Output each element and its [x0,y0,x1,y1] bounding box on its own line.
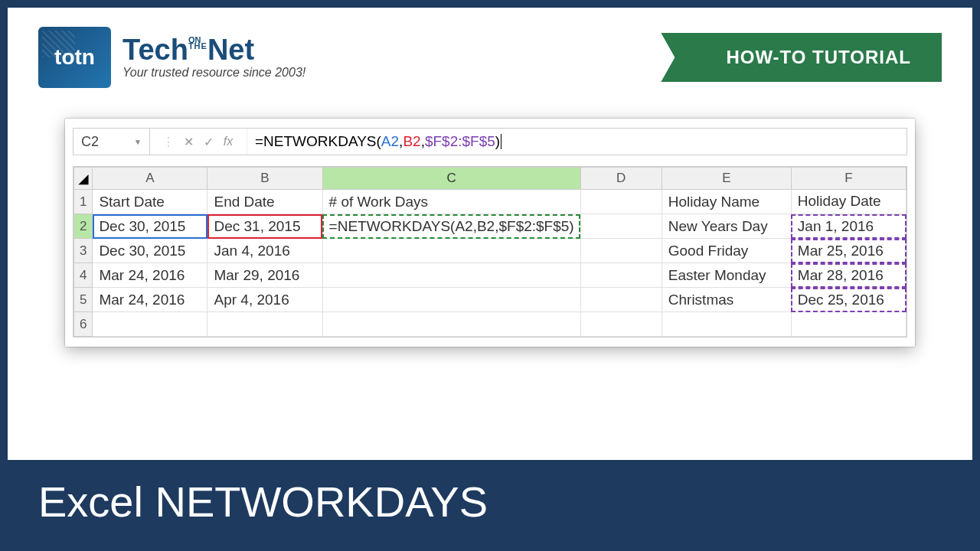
footer-bar: Excel NETWORKDAYS [8,460,972,543]
col-header-d[interactable]: D [580,168,662,190]
formula-arg2: B2 [403,133,420,150]
cell-e3[interactable]: Good Friday [662,239,791,263]
cell-d5[interactable] [580,288,662,312]
cell-e6[interactable] [662,312,791,337]
cell-c6[interactable] [322,312,580,337]
fx-icon[interactable]: fx [220,135,236,149]
table-row: 3 Dec 30, 2015 Jan 4, 2016 Good Friday M… [74,239,906,263]
cell-f4[interactable]: Mar 28, 2016 [791,263,906,288]
formula-bar: C2 ▼ ⋮ ✕ ✓ fx =NETWORKDAYS(A2,B2,$F$2:$F… [73,128,907,155]
row-header-6[interactable]: 6 [74,312,93,337]
text-cursor [501,134,501,149]
cell-c5[interactable] [322,288,580,312]
cell-a1[interactable]: Start Date [93,190,207,214]
formula-suffix: ) [495,133,500,150]
col-header-c[interactable]: C [322,168,580,190]
accept-icon[interactable]: ✓ [201,135,216,149]
brand-onthe: ONTHE [188,37,207,51]
brand-tagline: Your trusted resource since 2003! [122,66,305,80]
header: totn TechONTHENet Your trusted resource … [8,8,972,96]
cell-d4[interactable] [580,263,662,288]
cell-a6[interactable] [93,312,207,337]
cell-c3[interactable] [322,239,580,263]
totn-logo-box: totn [38,27,111,88]
row-header-4[interactable]: 4 [74,263,93,288]
cell-c2[interactable]: =NETWORKDAYS(A2,B2,$F$2:$F$5) [322,214,580,239]
cell-b2[interactable]: Dec 31, 2015 [207,214,322,239]
spreadsheet-grid[interactable]: ◢ A B C D E F 1 Start Date End Date # of… [73,166,907,337]
cell-f5[interactable]: Dec 25, 2016 [791,288,906,312]
cell-f1[interactable]: Holiday Date [791,190,906,214]
cell-e4[interactable]: Easter Monday [662,263,791,288]
cell-d2[interactable] [580,214,662,239]
formula-bar-buttons: ⋮ ✕ ✓ fx [153,135,243,149]
formula-input[interactable]: =NETWORKDAYS(A2,B2,$F$2:$F$5) [247,129,906,155]
formula-arg1: A2 [381,133,399,150]
logo-area: totn TechONTHENet Your trusted resource … [38,27,305,88]
namebox-dropdown-icon[interactable]: ▼ [134,138,142,146]
cell-a3[interactable]: Dec 30, 2015 [93,239,207,263]
cell-f6[interactable] [791,312,906,337]
name-box-value: C2 [81,134,99,150]
cell-b1[interactable]: End Date [207,190,322,214]
excel-screenshot: C2 ▼ ⋮ ✕ ✓ fx =NETWORKDAYS(A2,B2,$F$2:$F… [65,119,915,347]
cell-f2[interactable]: Jan 1, 2016 [791,214,906,239]
col-header-b[interactable]: B [207,168,322,190]
cell-d3[interactable] [580,239,662,263]
table-row: 6 [74,312,906,337]
cancel-icon[interactable]: ✕ [181,135,196,149]
ribbon-text: HOW-TO TUTORIAL [726,47,911,67]
cell-e5[interactable]: Christmas [662,288,791,312]
cell-e1[interactable]: Holiday Name [662,190,791,214]
col-header-e[interactable]: E [662,168,791,190]
cell-b5[interactable]: Apr 4, 2016 [207,288,322,312]
cell-a5[interactable]: Mar 24, 2016 [93,288,207,312]
dots-icon: ⋮ [161,135,176,149]
name-box[interactable]: C2 ▼ [74,129,150,155]
cell-b4[interactable]: Mar 29, 2016 [207,263,322,288]
column-header-row: ◢ A B C D E F [74,168,906,190]
cell-d1[interactable] [580,190,662,214]
formula-prefix: =NETWORKDAYS( [255,133,381,150]
cell-a4[interactable]: Mar 24, 2016 [93,263,207,288]
cell-e2[interactable]: New Years Day [662,214,791,239]
row-header-3[interactable]: 3 [74,239,93,263]
cell-c4[interactable] [322,263,580,288]
col-header-a[interactable]: A [93,168,207,190]
cell-a2[interactable]: Dec 30, 2015 [93,214,207,239]
brand-main: TechONTHENet [122,35,305,64]
select-all-corner[interactable]: ◢ [74,168,93,190]
cell-c1[interactable]: # of Work Days [322,190,580,214]
table-row: 4 Mar 24, 2016 Mar 29, 2016 Easter Monda… [74,263,906,288]
row-header-5[interactable]: 5 [74,288,93,312]
table-row: 5 Mar 24, 2016 Apr 4, 2016 Christmas Dec… [74,288,906,312]
cell-b3[interactable]: Jan 4, 2016 [207,239,322,263]
logo-abbrev: totn [54,45,95,70]
row-header-2[interactable]: 2 [74,214,93,239]
table-row: 2 Dec 30, 2015 Dec 31, 2015 =NETWORKDAYS… [74,214,906,239]
cell-d6[interactable] [580,312,662,337]
brand-tech: Tech [122,34,188,66]
cell-b6[interactable] [207,312,322,337]
brand-text: TechONTHENet Your trusted resource since… [122,35,305,80]
footer-title: Excel NETWORKDAYS [38,478,488,526]
formula-arg3: $F$2:$F$5 [425,133,495,150]
table-row: 1 Start Date End Date # of Work Days Hol… [74,190,906,214]
howto-ribbon: HOW-TO TUTORIAL [684,33,942,82]
brand-net: Net [207,34,254,66]
cell-f3[interactable]: Mar 25, 2016 [791,239,906,263]
row-header-1[interactable]: 1 [74,190,93,214]
col-header-f[interactable]: F [791,168,906,190]
